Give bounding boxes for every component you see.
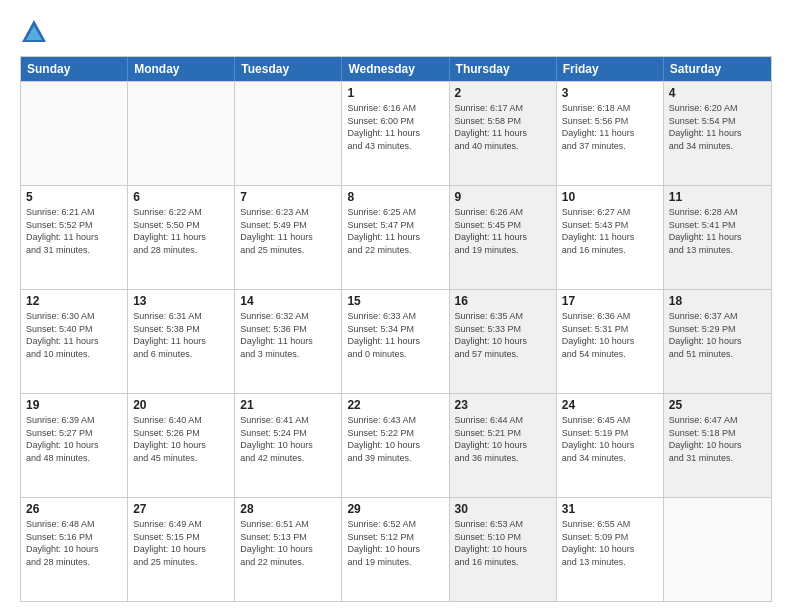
day-info: Sunrise: 6:20 AM Sunset: 5:54 PM Dayligh… — [669, 102, 766, 152]
day-info: Sunrise: 6:27 AM Sunset: 5:43 PM Dayligh… — [562, 206, 658, 256]
calendar-cell: 6Sunrise: 6:22 AM Sunset: 5:50 PM Daylig… — [128, 186, 235, 289]
calendar-row-3: 19Sunrise: 6:39 AM Sunset: 5:27 PM Dayli… — [21, 393, 771, 497]
calendar-cell: 23Sunrise: 6:44 AM Sunset: 5:21 PM Dayli… — [450, 394, 557, 497]
calendar: SundayMondayTuesdayWednesdayThursdayFrid… — [20, 56, 772, 602]
day-info: Sunrise: 6:44 AM Sunset: 5:21 PM Dayligh… — [455, 414, 551, 464]
calendar-row-4: 26Sunrise: 6:48 AM Sunset: 5:16 PM Dayli… — [21, 497, 771, 601]
header-day-wednesday: Wednesday — [342, 57, 449, 81]
calendar-cell: 5Sunrise: 6:21 AM Sunset: 5:52 PM Daylig… — [21, 186, 128, 289]
calendar-cell: 1Sunrise: 6:16 AM Sunset: 6:00 PM Daylig… — [342, 82, 449, 185]
day-info: Sunrise: 6:48 AM Sunset: 5:16 PM Dayligh… — [26, 518, 122, 568]
calendar-cell — [21, 82, 128, 185]
calendar-cell: 14Sunrise: 6:32 AM Sunset: 5:36 PM Dayli… — [235, 290, 342, 393]
day-info: Sunrise: 6:33 AM Sunset: 5:34 PM Dayligh… — [347, 310, 443, 360]
calendar-cell: 29Sunrise: 6:52 AM Sunset: 5:12 PM Dayli… — [342, 498, 449, 601]
day-info: Sunrise: 6:52 AM Sunset: 5:12 PM Dayligh… — [347, 518, 443, 568]
day-info: Sunrise: 6:45 AM Sunset: 5:19 PM Dayligh… — [562, 414, 658, 464]
calendar-cell: 31Sunrise: 6:55 AM Sunset: 5:09 PM Dayli… — [557, 498, 664, 601]
day-info: Sunrise: 6:16 AM Sunset: 6:00 PM Dayligh… — [347, 102, 443, 152]
day-info: Sunrise: 6:41 AM Sunset: 5:24 PM Dayligh… — [240, 414, 336, 464]
calendar-cell: 27Sunrise: 6:49 AM Sunset: 5:15 PM Dayli… — [128, 498, 235, 601]
calendar-cell: 4Sunrise: 6:20 AM Sunset: 5:54 PM Daylig… — [664, 82, 771, 185]
calendar-cell — [235, 82, 342, 185]
day-number: 7 — [240, 190, 336, 204]
calendar-cell: 21Sunrise: 6:41 AM Sunset: 5:24 PM Dayli… — [235, 394, 342, 497]
header-day-tuesday: Tuesday — [235, 57, 342, 81]
calendar-header-row: SundayMondayTuesdayWednesdayThursdayFrid… — [21, 57, 771, 81]
day-number: 16 — [455, 294, 551, 308]
day-info: Sunrise: 6:51 AM Sunset: 5:13 PM Dayligh… — [240, 518, 336, 568]
day-number: 15 — [347, 294, 443, 308]
day-number: 27 — [133, 502, 229, 516]
day-number: 22 — [347, 398, 443, 412]
calendar-cell: 12Sunrise: 6:30 AM Sunset: 5:40 PM Dayli… — [21, 290, 128, 393]
day-number: 30 — [455, 502, 551, 516]
day-number: 28 — [240, 502, 336, 516]
calendar-cell: 3Sunrise: 6:18 AM Sunset: 5:56 PM Daylig… — [557, 82, 664, 185]
calendar-cell: 11Sunrise: 6:28 AM Sunset: 5:41 PM Dayli… — [664, 186, 771, 289]
day-number: 5 — [26, 190, 122, 204]
calendar-cell: 22Sunrise: 6:43 AM Sunset: 5:22 PM Dayli… — [342, 394, 449, 497]
calendar-cell: 16Sunrise: 6:35 AM Sunset: 5:33 PM Dayli… — [450, 290, 557, 393]
header-day-monday: Monday — [128, 57, 235, 81]
logo-icon — [20, 18, 48, 46]
day-number: 8 — [347, 190, 443, 204]
day-number: 25 — [669, 398, 766, 412]
calendar-cell: 15Sunrise: 6:33 AM Sunset: 5:34 PM Dayli… — [342, 290, 449, 393]
day-info: Sunrise: 6:55 AM Sunset: 5:09 PM Dayligh… — [562, 518, 658, 568]
day-number: 20 — [133, 398, 229, 412]
calendar-cell: 26Sunrise: 6:48 AM Sunset: 5:16 PM Dayli… — [21, 498, 128, 601]
calendar-cell: 24Sunrise: 6:45 AM Sunset: 5:19 PM Dayli… — [557, 394, 664, 497]
calendar-cell: 9Sunrise: 6:26 AM Sunset: 5:45 PM Daylig… — [450, 186, 557, 289]
day-number: 1 — [347, 86, 443, 100]
day-number: 6 — [133, 190, 229, 204]
day-number: 4 — [669, 86, 766, 100]
day-number: 31 — [562, 502, 658, 516]
day-info: Sunrise: 6:43 AM Sunset: 5:22 PM Dayligh… — [347, 414, 443, 464]
day-info: Sunrise: 6:21 AM Sunset: 5:52 PM Dayligh… — [26, 206, 122, 256]
day-info: Sunrise: 6:36 AM Sunset: 5:31 PM Dayligh… — [562, 310, 658, 360]
day-number: 17 — [562, 294, 658, 308]
calendar-cell: 7Sunrise: 6:23 AM Sunset: 5:49 PM Daylig… — [235, 186, 342, 289]
calendar-cell: 8Sunrise: 6:25 AM Sunset: 5:47 PM Daylig… — [342, 186, 449, 289]
calendar-cell: 20Sunrise: 6:40 AM Sunset: 5:26 PM Dayli… — [128, 394, 235, 497]
calendar-cell: 30Sunrise: 6:53 AM Sunset: 5:10 PM Dayli… — [450, 498, 557, 601]
day-info: Sunrise: 6:47 AM Sunset: 5:18 PM Dayligh… — [669, 414, 766, 464]
day-info: Sunrise: 6:18 AM Sunset: 5:56 PM Dayligh… — [562, 102, 658, 152]
day-number: 11 — [669, 190, 766, 204]
day-number: 10 — [562, 190, 658, 204]
day-number: 13 — [133, 294, 229, 308]
day-info: Sunrise: 6:30 AM Sunset: 5:40 PM Dayligh… — [26, 310, 122, 360]
day-info: Sunrise: 6:25 AM Sunset: 5:47 PM Dayligh… — [347, 206, 443, 256]
day-number: 14 — [240, 294, 336, 308]
day-info: Sunrise: 6:22 AM Sunset: 5:50 PM Dayligh… — [133, 206, 229, 256]
day-info: Sunrise: 6:35 AM Sunset: 5:33 PM Dayligh… — [455, 310, 551, 360]
calendar-cell: 10Sunrise: 6:27 AM Sunset: 5:43 PM Dayli… — [557, 186, 664, 289]
day-info: Sunrise: 6:26 AM Sunset: 5:45 PM Dayligh… — [455, 206, 551, 256]
calendar-cell: 19Sunrise: 6:39 AM Sunset: 5:27 PM Dayli… — [21, 394, 128, 497]
header — [20, 18, 772, 46]
calendar-cell — [128, 82, 235, 185]
header-day-thursday: Thursday — [450, 57, 557, 81]
day-info: Sunrise: 6:37 AM Sunset: 5:29 PM Dayligh… — [669, 310, 766, 360]
day-number: 3 — [562, 86, 658, 100]
calendar-row-2: 12Sunrise: 6:30 AM Sunset: 5:40 PM Dayli… — [21, 289, 771, 393]
day-info: Sunrise: 6:23 AM Sunset: 5:49 PM Dayligh… — [240, 206, 336, 256]
day-number: 2 — [455, 86, 551, 100]
day-info: Sunrise: 6:28 AM Sunset: 5:41 PM Dayligh… — [669, 206, 766, 256]
calendar-cell: 28Sunrise: 6:51 AM Sunset: 5:13 PM Dayli… — [235, 498, 342, 601]
calendar-cell: 17Sunrise: 6:36 AM Sunset: 5:31 PM Dayli… — [557, 290, 664, 393]
calendar-row-0: 1Sunrise: 6:16 AM Sunset: 6:00 PM Daylig… — [21, 81, 771, 185]
day-info: Sunrise: 6:40 AM Sunset: 5:26 PM Dayligh… — [133, 414, 229, 464]
day-number: 23 — [455, 398, 551, 412]
calendar-cell: 25Sunrise: 6:47 AM Sunset: 5:18 PM Dayli… — [664, 394, 771, 497]
calendar-row-1: 5Sunrise: 6:21 AM Sunset: 5:52 PM Daylig… — [21, 185, 771, 289]
header-day-friday: Friday — [557, 57, 664, 81]
day-number: 12 — [26, 294, 122, 308]
calendar-body: 1Sunrise: 6:16 AM Sunset: 6:00 PM Daylig… — [21, 81, 771, 601]
day-info: Sunrise: 6:31 AM Sunset: 5:38 PM Dayligh… — [133, 310, 229, 360]
day-info: Sunrise: 6:53 AM Sunset: 5:10 PM Dayligh… — [455, 518, 551, 568]
day-number: 29 — [347, 502, 443, 516]
day-number: 21 — [240, 398, 336, 412]
day-number: 26 — [26, 502, 122, 516]
